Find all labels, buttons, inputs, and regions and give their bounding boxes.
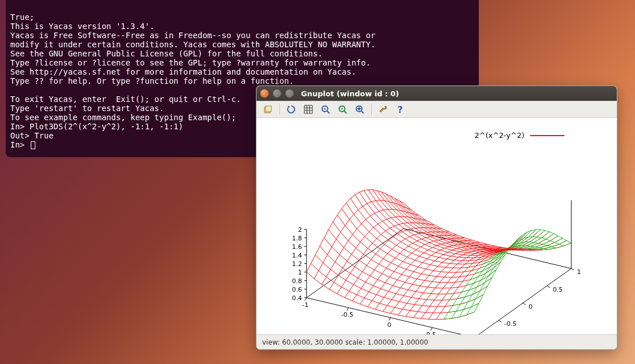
svg-line-40 bbox=[347, 308, 348, 310]
svg-line-54 bbox=[547, 286, 550, 288]
svg-text:1: 1 bbox=[577, 268, 581, 276]
grid-icon[interactable] bbox=[300, 102, 316, 117]
svg-line-15 bbox=[361, 111, 364, 113]
titlebar[interactable]: Gnuplot (window id : 0) bbox=[257, 86, 617, 101]
svg-text:2^(x^2-y^2): 2^(x^2-y^2) bbox=[475, 131, 524, 140]
refresh-icon[interactable] bbox=[283, 102, 299, 117]
terminal-line: This is Yacas version '1.3.4'. bbox=[10, 22, 154, 31]
svg-text:0.5: 0.5 bbox=[426, 331, 437, 334]
window-title: Gnuplot (window id : 0) bbox=[301, 89, 399, 98]
svg-text:2: 2 bbox=[298, 226, 302, 234]
status-text: view: 60.0000, 30.0000 scale: 1.00000, 1… bbox=[262, 338, 428, 346]
svg-text:0.4: 0.4 bbox=[292, 295, 302, 302]
terminal-line: Out> True bbox=[10, 131, 54, 140]
wrench-icon[interactable] bbox=[375, 102, 391, 117]
plot-svg: 0.40.60.811.21.41.61.82-1-0.500.51-1-0.5… bbox=[257, 118, 617, 334]
svg-text:0.8: 0.8 bbox=[292, 277, 302, 285]
svg-line-50 bbox=[499, 320, 502, 322]
copy-icon[interactable] bbox=[260, 102, 276, 117]
svg-text:-0.5: -0.5 bbox=[341, 311, 353, 318]
terminal-line: Type 'restart' to restart Yacas. bbox=[10, 104, 164, 113]
terminal-line: True; bbox=[10, 13, 34, 22]
terminal-line: Type ?? for help. Or type ?function for … bbox=[10, 76, 294, 85]
terminal-line: In> Plot3DS(2^(x^2-y^2), -1:1, -1:1) bbox=[10, 122, 183, 131]
svg-text:-1: -1 bbox=[302, 301, 308, 309]
svg-text:1.8: 1.8 bbox=[292, 235, 302, 242]
terminal-line: See the GNU General Public License (GPL)… bbox=[10, 49, 323, 58]
svg-text:0: 0 bbox=[528, 303, 532, 310]
plot-area[interactable]: 0.40.60.811.21.41.61.82-1-0.500.51-1-0.5… bbox=[257, 118, 617, 334]
svg-text:-0.5: -0.5 bbox=[504, 320, 516, 328]
status-bar: view: 60.0000, 30.0000 scale: 1.00000, 1… bbox=[257, 334, 617, 349]
svg-line-38 bbox=[305, 298, 307, 301]
terminal-line: To exit Yacas, enter Exit(); or quit or … bbox=[10, 95, 241, 104]
svg-line-56 bbox=[571, 268, 574, 270]
svg-line-44 bbox=[431, 328, 433, 330]
separator bbox=[279, 104, 280, 115]
maximize-button[interactable] bbox=[285, 89, 294, 98]
autoscale-icon[interactable] bbox=[352, 102, 368, 117]
zoom-next-icon[interactable] bbox=[335, 102, 351, 117]
svg-line-11 bbox=[327, 111, 329, 113]
svg-text:1: 1 bbox=[298, 269, 302, 276]
terminal-prompt[interactable]: In> bbox=[10, 140, 30, 149]
gnuplot-window[interactable]: Gnuplot (window id : 0) ? 0.40.60.811.21… bbox=[256, 85, 617, 350]
terminal-line: To see example commands, keep typing Exa… bbox=[10, 113, 236, 122]
svg-text:0: 0 bbox=[388, 321, 392, 329]
help-icon[interactable]: ? bbox=[392, 102, 408, 117]
svg-line-13 bbox=[344, 111, 347, 113]
svg-line-42 bbox=[389, 318, 390, 321]
svg-text:1.6: 1.6 bbox=[292, 243, 302, 251]
minimize-button[interactable] bbox=[272, 89, 282, 98]
svg-text:1.4: 1.4 bbox=[292, 252, 302, 259]
svg-text:0.5: 0.5 bbox=[553, 286, 563, 293]
zoom-prev-icon[interactable] bbox=[317, 102, 333, 117]
svg-text:1.2: 1.2 bbox=[292, 260, 302, 268]
terminal-line: Yacas is Free Software--Free as in Freed… bbox=[10, 31, 376, 40]
terminal-line: See http://yacas.sf.net for more informa… bbox=[10, 67, 356, 76]
svg-text:0.6: 0.6 bbox=[292, 286, 302, 293]
svg-rect-1 bbox=[266, 106, 271, 112]
close-button[interactable] bbox=[260, 89, 269, 98]
separator bbox=[371, 104, 372, 115]
terminal-line: Type ?license or ?licence to see the GPL… bbox=[10, 58, 371, 67]
svg-line-52 bbox=[523, 303, 526, 305]
toolbar: ? bbox=[257, 101, 617, 118]
cursor-icon bbox=[31, 141, 35, 149]
terminal-line: modify it under certain conditions. Yaca… bbox=[10, 40, 376, 49]
